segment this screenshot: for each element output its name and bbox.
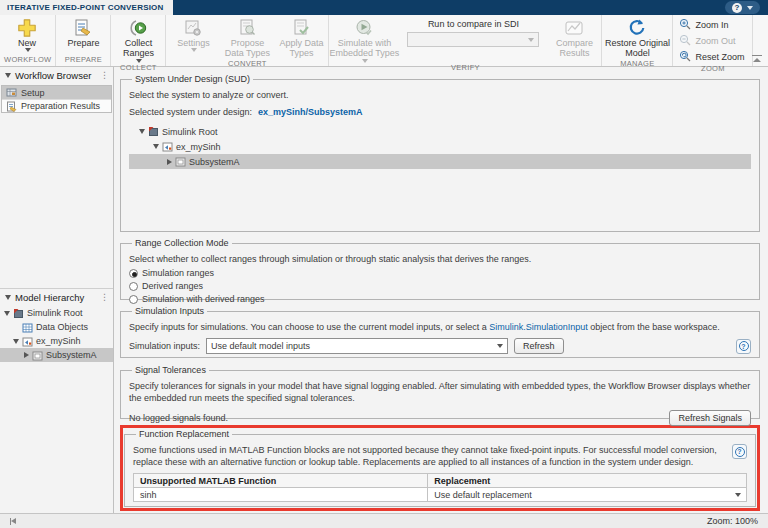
model-hierarchy-tree: Simulink Root Data Objects ex_mySinh [0,306,113,362]
workflow-browser-title: Workflow Browser [15,70,96,81]
refresh-button[interactable]: Refresh [514,338,564,354]
run-compare-label: Run to compare in SDI [428,19,519,29]
propose-data-types-button-label: Propose Data Types [220,38,274,59]
settings-gear-icon [183,18,203,38]
settings-button[interactable]: Settings [166,15,220,52]
range-collection-section: Range Collection Mode Select whether to … [120,238,760,300]
collect-ranges-button[interactable]: Collect Ranges [111,15,165,63]
tree-item-simulink-root[interactable]: Simulink Root [0,306,113,320]
chevron-down-icon [25,48,31,52]
column-header-unsupported-function: Unsupported MATLAB Function [134,474,428,488]
new-plus-icon [17,18,37,38]
zoom-in-label: Zoom In [695,20,728,30]
prepare-button[interactable]: Prepare [56,15,110,48]
new-button[interactable]: New [0,15,54,52]
radio-simulation-with-derived-ranges[interactable]: Simulation with derived ranges [129,294,751,304]
subsystem-icon [175,156,186,167]
prepare-checklist-icon [73,18,93,38]
section-label-workflow: WORKFLOW [0,55,55,66]
refresh-signals-button[interactable]: Refresh Signals [669,410,751,426]
chevron-down-icon [191,48,197,52]
tree-item-subsystema[interactable]: SubsystemA [0,348,113,362]
simulation-inputs-dropdown[interactable]: Use default model inputs [206,338,508,354]
model-hierarchy-panel: Model Hierarchy ⋮ Simulink Root Data Obj… [0,289,113,513]
zoom-status-label: Zoom: 100% [707,516,758,526]
signal-tolerances-section: Signal Tolerances Specify tolerances for… [120,365,760,419]
sidebar-item-setup-label: Setup [21,88,45,98]
zoom-in-button[interactable]: Zoom In [679,18,744,32]
restore-original-model-button[interactable]: Restore Original Model [602,15,672,59]
chevron-right-icon [167,159,172,165]
workflow-browser-header[interactable]: Workflow Browser ⋮ [0,67,113,84]
chevron-down-icon [747,6,753,10]
apply-data-types-icon [291,18,311,38]
toolbar-section-workflow: New WORKFLOW [0,15,56,66]
function-replacement-help-button[interactable]: ? [732,444,747,459]
simulate-play-icon [354,18,374,38]
table-row: sinh Use default replacement [134,488,747,502]
function-replacement-section: Function Replacement Some functions used… [124,429,756,507]
simulation-inputs-help-button[interactable]: ? [736,339,751,354]
model-hierarchy-header[interactable]: Model Hierarchy ⋮ [0,289,113,306]
sud-tree-subsystema[interactable]: SubsystemA [129,154,751,169]
sud-section-title: System Under Design (SUD) [132,74,253,84]
compare-results-button-label: Compare Results [547,38,601,59]
sidebar-item-setup[interactable]: Setup [2,86,111,99]
model-icon [22,336,33,347]
toolbar-section-manage: Restore Original Model MANAGE [602,15,673,66]
simulation-inputs-section: Simulation Inputs Specify inputs for sim… [120,306,760,358]
simulation-inputs-dropdown-value: Use default model inputs [211,341,310,351]
tab-iterative-fixed-point-conversion[interactable]: ITERATIVE FIXED-POINT CONVERSION [0,0,173,15]
simulate-embedded-types-button[interactable]: Simulate with Embedded Types [329,15,399,63]
simulink-root-icon [148,126,159,137]
toolbar-section-verify: Simulate with Embedded Types Run to comp… [329,15,602,66]
ribbon-toolbar: New WORKFLOW Prepare PREPARE Collect Ran… [0,15,768,67]
signal-tolerances-title: Signal Tolerances [132,365,209,375]
sud-section: System Under Design (SUD) Select the sys… [120,74,760,232]
simulationinput-link[interactable]: Simulink.SimulationInput [489,322,588,332]
reset-zoom-label: Reset Zoom [695,52,744,62]
section-label-collect: COLLECT [111,63,165,74]
signal-tolerances-description: Specify tolerances for signals in your m… [129,380,751,404]
kebab-menu-icon[interactable]: ⋮ [100,71,109,80]
zoom-in-magnifier-icon [679,18,691,32]
radio-simulation-with-derived-ranges-label: Simulation with derived ranges [142,294,265,304]
radio-button-icon [129,295,138,304]
chevron-down-icon [4,311,10,316]
help-icon: ? [732,3,742,13]
subsystem-icon [32,350,43,361]
help-button[interactable]: ? [725,1,760,14]
compare-results-button[interactable]: Compare Results [547,15,601,59]
restore-circular-arrow-icon [627,18,647,38]
chevron-right-icon [24,352,29,358]
sud-selected-link[interactable]: ex_mySinh/SubsystemA [258,107,363,117]
reset-zoom-button[interactable]: Reset Zoom [679,50,744,64]
sud-tree-ex-mysinh-label: ex_mySinh [176,142,221,152]
apply-data-types-button[interactable]: Apply Data Types [274,15,328,59]
cell-replacement-dropdown[interactable]: Use default replacement [428,488,747,502]
sidebar-item-preparation-results[interactable]: Preparation Results [2,99,111,112]
collapse-ribbon-icon[interactable] [752,55,762,62]
function-replacement-title: Function Replacement [136,429,232,439]
collapse-panel-icon[interactable] [10,518,16,525]
tree-item-data-objects[interactable]: Data Objects [0,320,113,334]
toolbar-section-convert: Settings Propose Data Types Apply Data T… [166,15,329,66]
function-replacement-table: Unsupported MATLAB Function Replacement … [133,473,747,502]
sud-tree-simulink-root[interactable]: Simulink Root [129,124,751,139]
radio-derived-ranges[interactable]: Derived ranges [129,281,751,291]
simulink-root-icon [13,308,24,319]
sud-tree-ex-mysinh[interactable]: ex_mySinh [129,139,751,154]
help-icon: ? [739,341,749,351]
chevron-down-icon [5,295,11,300]
toolbar-section-prepare: Prepare PREPARE [56,15,111,66]
section-label-prepare: PREPARE [56,55,110,66]
radio-derived-ranges-label: Derived ranges [142,281,203,291]
propose-data-types-button[interactable]: Propose Data Types [220,15,274,59]
restore-original-model-label: Restore Original Model [602,38,672,59]
zoom-out-button[interactable]: Zoom Out [679,34,744,48]
run-compare-dropdown[interactable] [407,32,539,47]
tree-item-ex-mysinh[interactable]: ex_mySinh [0,334,113,348]
radio-simulation-ranges[interactable]: Simulation ranges [129,268,751,278]
function-replacement-description: Some functions used in MATLAB Function b… [133,444,724,468]
kebab-menu-icon[interactable]: ⋮ [100,293,109,302]
